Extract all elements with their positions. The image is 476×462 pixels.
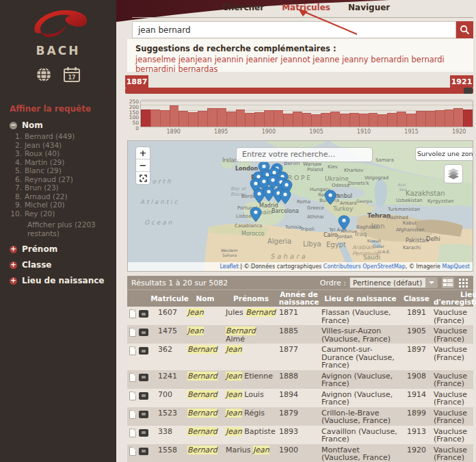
image-thumbnail-icon[interactable] <box>139 448 148 455</box>
histogram-bar-1913[interactable] <box>387 113 397 127</box>
image-thumbnail-icon[interactable] <box>139 310 148 318</box>
map-layers-button[interactable] <box>444 164 463 183</box>
nav-item-matricules[interactable]: Matricules <box>282 3 330 12</box>
zoom-out-button[interactable]: − <box>136 159 150 172</box>
slider-end-label[interactable]: 1921 <box>450 75 473 88</box>
histogram-bar-1894[interactable] <box>207 108 217 127</box>
facet-value[interactable]: 6.Reynaud (27) <box>10 175 112 184</box>
histogram-bar-1919[interactable] <box>445 110 454 127</box>
record-sheet-icon[interactable] <box>129 373 136 382</box>
image-thumbnail-icon[interactable] <box>139 374 148 381</box>
histogram-bar-1893[interactable] <box>198 111 207 127</box>
record-sheet-icon[interactable] <box>129 410 136 419</box>
facet-value[interactable]: 3.Roux (40) <box>10 149 112 158</box>
table-row[interactable]: 362BernardJean1877Caumont-sur-Durance (V… <box>127 344 473 370</box>
expand-icon[interactable]: + <box>10 246 17 253</box>
record-sheet-icon[interactable] <box>129 392 136 400</box>
histogram-bar-1918[interactable] <box>435 110 445 127</box>
histogram-bar-1892[interactable] <box>188 112 198 127</box>
facet-value[interactable]: 10.Rey (20) <box>10 209 112 218</box>
histogram-bar-1916[interactable] <box>416 111 425 127</box>
facet-value[interactable]: 9.Michel (20) <box>10 201 112 209</box>
map-search-input[interactable]: Entrez votre recherche... <box>236 147 373 162</box>
table-row[interactable]: 1607JeanJules Bernard1871Flassan (Vauclu… <box>127 307 473 325</box>
histogram-bar-1901[interactable] <box>274 110 283 127</box>
nav-item-chercher[interactable]: Chercher <box>222 3 264 12</box>
table-row[interactable]: 1241BernardJean Etienne1888Avignon (Vauc… <box>127 370 473 389</box>
histogram-bar-1904[interactable] <box>302 113 312 127</box>
order-value[interactable]: Pertinence (défaut) <box>349 277 426 288</box>
facet-value[interactable]: 5.Blanc (29) <box>10 166 112 175</box>
histogram-bar-1917[interactable] <box>425 111 435 127</box>
image-thumbnail-icon[interactable] <box>139 429 148 437</box>
record-sheet-icon[interactable] <box>129 328 136 337</box>
facet-value[interactable]: 8.Arnaud (22) <box>10 192 112 201</box>
slider-start-label[interactable]: 1887 <box>125 75 148 88</box>
fullscreen-button[interactable] <box>136 172 150 184</box>
histogram-bar-1888[interactable] <box>150 110 160 127</box>
facet-show-more[interactable]: Afficher plus (2203 restants) <box>10 220 112 238</box>
histogram-bar-1907[interactable] <box>330 112 340 127</box>
table-row[interactable]: 700BernardJean Louis1894Avignon (Vauclus… <box>127 389 473 407</box>
histogram-bar-1905[interactable] <box>311 114 321 127</box>
histogram-bar-1890[interactable] <box>170 105 179 127</box>
facet-value[interactable]: 1.Bernard (449) <box>10 132 112 141</box>
image-thumbnail-icon[interactable] <box>139 329 148 336</box>
record-sheet-icon[interactable] <box>129 428 136 437</box>
expand-icon[interactable]: + <box>10 277 17 285</box>
suggestions-terms[interactable]: jeanselme jeanjean jeannin jeannier jean… <box>135 55 465 74</box>
histogram-bar-1903[interactable] <box>293 112 302 127</box>
histogram-bar-1915[interactable] <box>406 114 416 127</box>
histogram-bar-1900[interactable] <box>264 110 274 127</box>
record-sheet-icon[interactable] <box>129 309 136 318</box>
expand-icon[interactable]: + <box>10 261 17 269</box>
attribution-link[interactable]: Contributeurs OpenStreetMap <box>323 264 406 270</box>
attribution-link[interactable]: MapQuest <box>442 264 470 270</box>
histogram-bar-1911[interactable] <box>369 113 378 127</box>
record-sheet-icon[interactable] <box>129 346 136 355</box>
facet-header-classe[interactable]: +Classe <box>10 260 112 270</box>
histogram-bar-1909[interactable] <box>349 113 359 127</box>
image-thumbnail-icon[interactable] <box>139 411 148 418</box>
table-row[interactable]: 1523BernardJean Régis1879Crillon-le-Brav… <box>127 407 473 426</box>
histogram-bar-1899[interactable] <box>254 112 264 127</box>
attribution-link[interactable]: Leaflet <box>220 264 238 270</box>
histogram-bar-1914[interactable] <box>397 112 406 127</box>
record-sheet-icon[interactable] <box>129 447 136 456</box>
histogram-bar-1908[interactable] <box>340 114 349 127</box>
order-select[interactable]: Pertinence (défaut) <box>349 277 438 288</box>
nav-item-naviguer[interactable]: Naviguer <box>348 3 390 12</box>
histogram-bar-1896[interactable] <box>226 112 236 127</box>
histogram-bar-1889[interactable] <box>160 110 170 127</box>
histogram-bar-1891[interactable] <box>178 111 188 127</box>
image-thumbnail-icon[interactable] <box>139 347 148 355</box>
histogram-bar-1920[interactable] <box>453 108 463 127</box>
facet-value[interactable]: 7.Brun (23) <box>10 183 112 192</box>
slider-handle[interactable] <box>464 88 473 94</box>
image-thumbnail-icon[interactable] <box>139 392 148 400</box>
logo[interactable]: BACH <box>0 8 116 57</box>
calendar-icon[interactable]: 17 <box>63 66 81 86</box>
table-row[interactable]: 1475JeanBernard Aimé1885Villes-sur-Auzon… <box>127 325 473 344</box>
results-map[interactable]: N o r t hA t l a n t i cO c e a nIreland… <box>127 140 473 272</box>
year-range-slider[interactable] <box>125 88 473 94</box>
histogram-bar-1898[interactable] <box>245 113 254 127</box>
histogram-bar-1887[interactable] <box>141 110 150 127</box>
collapse-icon[interactable]: − <box>10 122 17 129</box>
facet-value[interactable]: 4.Martin (29) <box>10 158 112 167</box>
histogram-bar-1910[interactable] <box>359 114 369 127</box>
search-input[interactable] <box>132 21 456 38</box>
zoom-in-button[interactable]: + <box>136 147 150 159</box>
histogram-bar-1897[interactable] <box>236 110 246 127</box>
histogram-bar-1912[interactable] <box>378 114 387 127</box>
table-row[interactable]: 338BernardJean Baptiste1893Cavaillon (Va… <box>127 426 473 444</box>
facet-value[interactable]: 2.Jean (434) <box>10 141 112 150</box>
histogram-bar-1895[interactable] <box>217 108 226 127</box>
list-view-button[interactable] <box>442 277 454 288</box>
globe-icon[interactable] <box>36 66 52 86</box>
search-button[interactable] <box>456 21 473 38</box>
grid-view-button[interactable] <box>457 277 469 288</box>
histogram-bar-1906[interactable] <box>321 113 330 127</box>
chevron-down-icon[interactable] <box>426 277 438 288</box>
map-hover-zone-button[interactable]: Survolez une zone <box>415 147 473 161</box>
